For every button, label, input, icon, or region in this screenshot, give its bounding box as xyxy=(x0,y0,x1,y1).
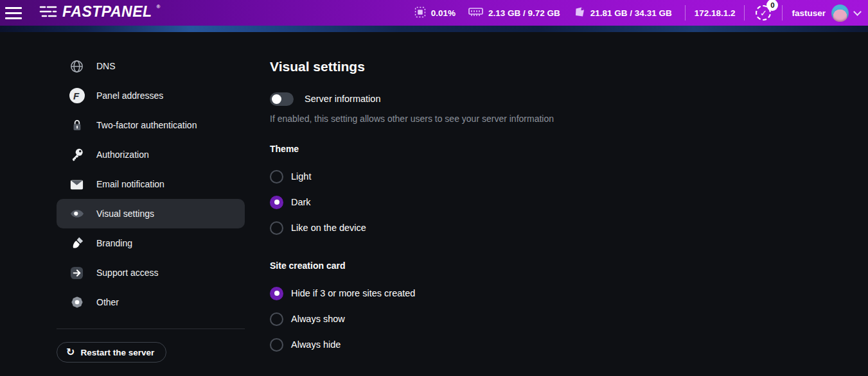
sidebar-item-support-access[interactable]: Support access xyxy=(57,258,245,287)
separator xyxy=(782,5,783,21)
disk-icon xyxy=(573,6,585,20)
theme-group-label: Theme xyxy=(270,144,554,154)
sidebar-item-dns[interactable]: DNS xyxy=(57,51,245,81)
sidebar-item-label: Support access xyxy=(96,268,159,278)
equalizer-icon xyxy=(39,4,58,21)
theme-option-like-device[interactable]: Like on the device xyxy=(270,215,554,241)
sidebar-item-label: Authorization xyxy=(96,150,149,160)
radio-button[interactable] xyxy=(270,196,283,209)
notification-badge: 0 xyxy=(766,0,778,11)
chevron-down-icon xyxy=(853,8,862,16)
arrow-right-icon xyxy=(68,266,85,280)
sidebar-item-label: Visual settings xyxy=(96,209,154,219)
theme-option-dark[interactable]: Dark xyxy=(270,189,554,215)
sidebar-item-label: Two-factor authentication xyxy=(96,120,197,130)
sidebar-item-label: Email notification xyxy=(96,179,164,189)
registered-mark: ® xyxy=(157,4,161,10)
server-information-toggle[interactable] xyxy=(270,92,294,106)
server-information-hint: If enabled, this setting allows other us… xyxy=(270,114,554,124)
radio-label: Hide if 3 or more sites created xyxy=(291,288,415,298)
fastpanel-logo[interactable]: FASTPANEL ® xyxy=(39,4,160,21)
radio-label: Light xyxy=(291,171,311,182)
sidebar-item-two-factor[interactable]: Two-factor authentication xyxy=(57,110,245,140)
avatar xyxy=(831,4,849,22)
sidebar-item-visual-settings[interactable]: Visual settings xyxy=(57,199,245,228)
sidebar-nav: DNS F Panel addresses Two-factor authent… xyxy=(57,51,245,317)
radio-label: Always show xyxy=(291,314,345,324)
globe-icon xyxy=(68,59,85,74)
ip-address: 172.18.1.2 xyxy=(695,8,736,18)
sidebar-item-label: Other xyxy=(96,297,119,307)
key-icon xyxy=(68,148,85,162)
page-title: Visual settings xyxy=(270,59,554,74)
server-information-label: Server information xyxy=(305,94,380,104)
theme-option-light[interactable]: Light xyxy=(270,164,554,189)
radio-label: Always hide xyxy=(291,339,341,350)
user-menu[interactable]: fastuser xyxy=(792,4,860,22)
panel-f-icon: F xyxy=(68,88,85,103)
radio-label: Like on the device xyxy=(291,223,366,233)
restart-button-label: Restart the server xyxy=(80,348,154,357)
separator xyxy=(744,5,745,21)
radio-button[interactable] xyxy=(270,338,283,352)
top-bar: FASTPANEL ® 0.01% 2.13 GB / 9.72 GB xyxy=(0,0,868,26)
sidebar-item-label: Panel addresses xyxy=(96,90,163,101)
separator xyxy=(685,5,686,21)
radio-button[interactable] xyxy=(270,312,283,326)
eye-icon xyxy=(68,206,85,221)
username: fastuser xyxy=(792,8,826,18)
logo-text: FASTPANEL xyxy=(62,4,152,19)
site-card-option-always-hide[interactable]: Always hide xyxy=(270,332,554,357)
sidebar-item-branding[interactable]: Branding xyxy=(57,228,245,258)
brush-icon xyxy=(68,236,85,250)
ram-icon xyxy=(468,6,483,19)
radio-button[interactable] xyxy=(270,287,283,300)
sidebar-item-label: Branding xyxy=(96,238,132,248)
sidebar-item-email-notification[interactable]: Email notification xyxy=(57,169,245,199)
radio-label: Dark xyxy=(291,197,311,207)
restart-icon: ↻ xyxy=(66,347,75,357)
menu-icon[interactable] xyxy=(5,4,22,22)
sidebar-item-authorization[interactable]: Authorization xyxy=(57,140,245,169)
tasks-icon[interactable]: ✓ 0 xyxy=(754,3,773,22)
sidebar-item-panel-addresses[interactable]: F Panel addresses xyxy=(57,81,245,110)
disk-value: 21.81 GB / 34.31 GB xyxy=(590,8,672,18)
radio-button[interactable] xyxy=(270,170,283,184)
sidebar-item-label: DNS xyxy=(96,61,116,71)
disk-stat: 21.81 GB / 34.31 GB xyxy=(573,6,672,20)
header-accent-strip xyxy=(0,26,868,32)
lock-icon xyxy=(68,118,85,132)
site-creation-card-label: Site creation card xyxy=(270,261,554,271)
ram-stat: 2.13 GB / 9.72 GB xyxy=(468,6,560,19)
theme-group: Theme Light Dark Like on the device xyxy=(270,144,554,241)
cpu-icon xyxy=(414,6,426,20)
main-content: Visual settings Server information If en… xyxy=(270,32,554,363)
site-card-option-hide-if-3[interactable]: Hide if 3 or more sites created xyxy=(270,280,554,306)
toggle-knob xyxy=(272,94,281,104)
sidebar-item-other[interactable]: Other xyxy=(57,287,245,317)
cpu-value: 0.01% xyxy=(431,8,456,18)
restart-server-button[interactable]: ↻ Restart the server xyxy=(57,342,166,363)
site-card-option-always-show[interactable]: Always show xyxy=(270,306,554,332)
settings-sidebar: DNS F Panel addresses Two-factor authent… xyxy=(57,32,245,363)
radio-button[interactable] xyxy=(270,221,283,235)
ram-value: 2.13 GB / 9.72 GB xyxy=(488,8,560,18)
site-creation-card-group: Site creation card Hide if 3 or more sit… xyxy=(270,261,554,357)
sidebar-divider xyxy=(57,329,245,329)
gear-icon xyxy=(68,295,85,309)
envelope-icon xyxy=(68,177,85,192)
cpu-stat: 0.01% xyxy=(414,6,456,20)
